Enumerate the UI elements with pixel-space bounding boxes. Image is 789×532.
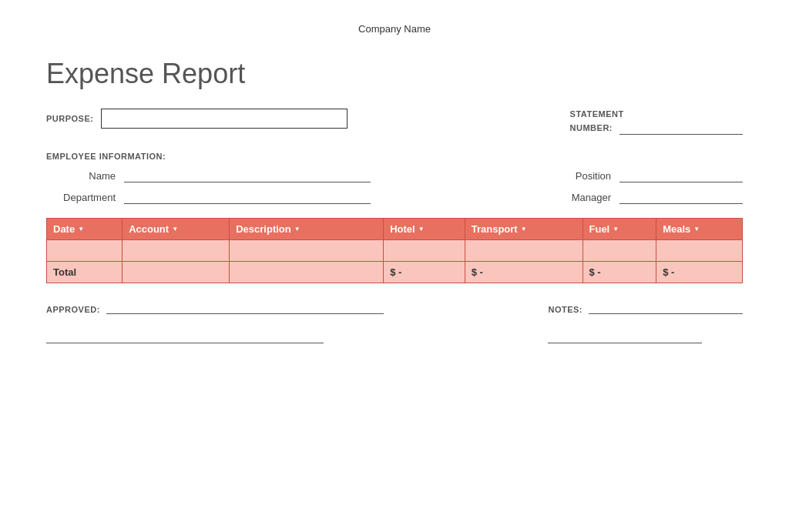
- approved-second-line: [46, 331, 384, 346]
- position-field[interactable]: [619, 170, 743, 182]
- cell-transport[interactable]: [465, 239, 583, 261]
- manager-row: Manager: [542, 192, 743, 204]
- table-body: Total $ - $ - $ - $ -: [47, 239, 743, 283]
- transport-dropdown-icon[interactable]: ▼: [521, 226, 527, 233]
- fuel-dropdown-icon[interactable]: ▼: [613, 226, 619, 233]
- col-meals[interactable]: Meals ▼: [656, 218, 743, 239]
- position-label: Position: [542, 170, 611, 182]
- page: Company Name Expense Report PURPOSE: STA…: [0, 0, 789, 532]
- cell-account[interactable]: [123, 239, 230, 261]
- cell-hotel[interactable]: [384, 239, 465, 261]
- employee-fields: Name Department Position Manager: [46, 170, 743, 204]
- table-header: Date ▼ Account ▼ Description ▼: [47, 218, 743, 239]
- description-dropdown-icon[interactable]: ▼: [294, 226, 300, 233]
- notes-second-line: [548, 331, 743, 346]
- bottom-right: NOTES:: [548, 302, 743, 346]
- expense-table: Date ▼ Account ▼ Description ▼: [46, 218, 743, 283]
- header-row: Date ▼ Account ▼ Description ▼: [47, 218, 743, 239]
- manager-label: Manager: [542, 192, 611, 203]
- statement-block: STATEMENT NUMBER:: [570, 109, 743, 135]
- col-description[interactable]: Description ▼: [230, 218, 384, 239]
- table-row: [47, 239, 743, 261]
- col-date[interactable]: Date ▼: [47, 218, 123, 239]
- purpose-label: PURPOSE:: [46, 114, 93, 123]
- date-dropdown-icon[interactable]: ▼: [78, 226, 84, 233]
- department-row: Department: [46, 192, 371, 204]
- company-name: Company Name: [46, 23, 743, 35]
- col-fuel[interactable]: Fuel ▼: [583, 218, 656, 239]
- notes-row: NOTES:: [548, 302, 743, 314]
- name-label: Name: [46, 170, 116, 182]
- employee-info-section: EMPLOYEE INFORMATION: Name Department Po…: [46, 152, 743, 204]
- notes-field[interactable]: [589, 302, 743, 314]
- total-transport: $ -: [465, 261, 583, 283]
- hotel-dropdown-icon[interactable]: ▼: [418, 226, 425, 233]
- col-account[interactable]: Account ▼: [123, 218, 230, 239]
- bottom-section: APPROVED: NOTES:: [46, 302, 743, 346]
- bottom-left: APPROVED:: [46, 302, 384, 346]
- position-row: Position: [542, 170, 743, 182]
- total-fuel: $ -: [583, 261, 656, 283]
- meals-dropdown-icon[interactable]: ▼: [693, 226, 700, 233]
- total-account: [123, 261, 230, 283]
- notes-label: NOTES:: [548, 305, 583, 314]
- notes-extra-field[interactable]: [548, 331, 702, 343]
- department-field[interactable]: [124, 192, 371, 204]
- approved-extra-field[interactable]: [46, 331, 324, 343]
- col-transport[interactable]: Transport ▼: [465, 218, 583, 239]
- total-hotel: $ -: [384, 261, 465, 283]
- purpose-input[interactable]: [101, 109, 347, 129]
- department-label: Department: [46, 192, 116, 203]
- total-label: Total: [47, 261, 123, 283]
- employee-right: Position Manager: [542, 170, 743, 204]
- name-field[interactable]: [124, 170, 371, 182]
- purpose-row: PURPOSE:: [46, 109, 347, 129]
- purpose-statement-row: PURPOSE: STATEMENT NUMBER:: [46, 109, 743, 135]
- employee-info-label: EMPLOYEE INFORMATION:: [46, 152, 743, 161]
- statement-label-line2: NUMBER:: [570, 120, 743, 134]
- statement-number-field[interactable]: [619, 122, 743, 135]
- total-meals: $ -: [656, 261, 743, 283]
- report-title: Expense Report: [46, 58, 743, 90]
- cell-meals[interactable]: [656, 239, 743, 261]
- name-row: Name: [46, 170, 371, 182]
- statement-label-line1: STATEMENT: [570, 109, 743, 120]
- total-row: Total $ - $ - $ - $ -: [47, 261, 743, 283]
- total-description: [230, 261, 384, 283]
- manager-field[interactable]: [619, 192, 743, 204]
- approved-field[interactable]: [106, 302, 384, 314]
- cell-description[interactable]: [230, 239, 384, 261]
- account-dropdown-icon[interactable]: ▼: [172, 226, 178, 233]
- employee-left: Name Department: [46, 170, 371, 204]
- cell-fuel[interactable]: [583, 239, 656, 261]
- col-hotel[interactable]: Hotel ▼: [384, 218, 465, 239]
- cell-date[interactable]: [47, 239, 123, 261]
- approved-row: APPROVED:: [46, 302, 384, 314]
- approved-label: APPROVED:: [46, 305, 100, 314]
